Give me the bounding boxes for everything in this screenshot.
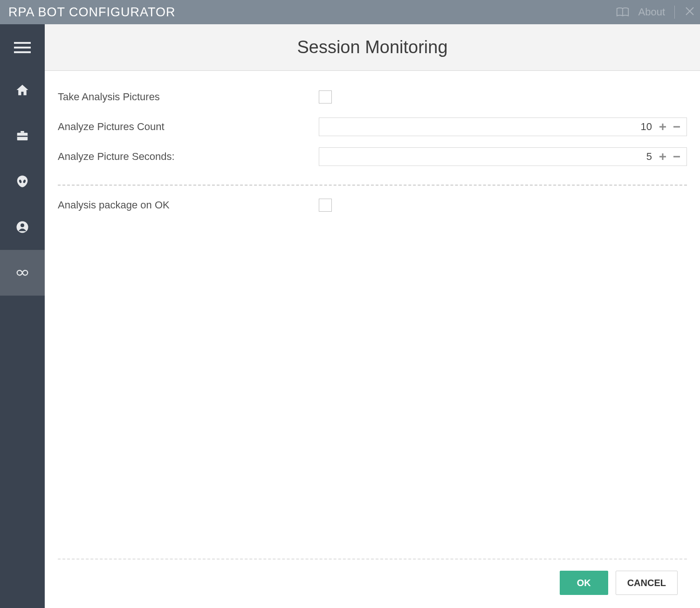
label-take-analysis-pictures: Take Analysis Pictures	[58, 91, 319, 103]
titlebar: RPA BOT CONFIGURATOR About	[0, 0, 700, 24]
input-analyze-picture-seconds[interactable]: 5	[319, 147, 687, 166]
svg-rect-4	[14, 47, 31, 48]
book-icon[interactable]	[616, 7, 629, 18]
app-title: RPA BOT CONFIGURATOR	[8, 5, 616, 20]
section-divider	[58, 185, 687, 186]
svg-rect-3	[14, 42, 31, 44]
label-analyze-picture-seconds: Analyze Picture Seconds:	[58, 151, 319, 163]
value-analyze-picture-seconds: 5	[646, 151, 656, 163]
titlebar-controls: About	[616, 6, 696, 19]
label-analysis-package-on-ok: Analysis package on OK	[58, 199, 319, 211]
sidebar-item-user[interactable]	[0, 204, 45, 250]
sidebar-item-alien[interactable]	[0, 159, 45, 204]
svg-rect-5	[14, 51, 31, 53]
sidebar-item-infinity[interactable]	[0, 250, 45, 296]
about-link[interactable]: About	[638, 6, 666, 18]
app-window: RPA BOT CONFIGURATOR About	[0, 0, 700, 608]
sidebar-item-home[interactable]	[0, 67, 45, 113]
svg-point-11	[21, 223, 24, 227]
main: Session Monitoring Take Analysis Picture…	[45, 24, 700, 608]
svg-rect-7	[17, 136, 28, 137]
value-analyze-pictures-count: 10	[641, 121, 656, 133]
content: Take Analysis Pictures Analyze Pictures …	[45, 71, 700, 608]
sidebar-menu-toggle[interactable]	[0, 28, 45, 67]
sidebar-item-briefcase[interactable]	[0, 113, 45, 159]
checkbox-take-analysis-pictures[interactable]	[319, 90, 332, 104]
increment-pictures-count[interactable]	[656, 120, 670, 134]
ok-button[interactable]: OK	[560, 571, 608, 595]
spacer	[58, 220, 687, 559]
body: Session Monitoring Take Analysis Picture…	[0, 24, 700, 608]
row-take-analysis-pictures: Take Analysis Pictures	[58, 82, 687, 112]
page-header: Session Monitoring	[45, 24, 700, 71]
row-analysis-package-on-ok: Analysis package on OK	[58, 190, 687, 220]
row-analyze-pictures-count: Analyze Pictures Count 10	[58, 112, 687, 142]
checkbox-analysis-package-on-ok[interactable]	[319, 199, 332, 212]
decrement-picture-seconds[interactable]	[670, 150, 684, 164]
input-analyze-pictures-count[interactable]: 10	[319, 117, 687, 136]
row-analyze-picture-seconds: Analyze Picture Seconds: 5	[58, 142, 687, 172]
cancel-button[interactable]: CANCEL	[616, 571, 678, 595]
decrement-pictures-count[interactable]	[670, 120, 684, 134]
titlebar-separator	[674, 6, 675, 19]
increment-picture-seconds[interactable]	[656, 150, 670, 164]
label-analyze-pictures-count: Analyze Pictures Count	[58, 121, 319, 133]
button-bar: OK CANCEL	[58, 559, 687, 608]
page-title: Session Monitoring	[297, 37, 447, 57]
sidebar	[0, 24, 45, 608]
close-icon[interactable]	[684, 6, 695, 19]
